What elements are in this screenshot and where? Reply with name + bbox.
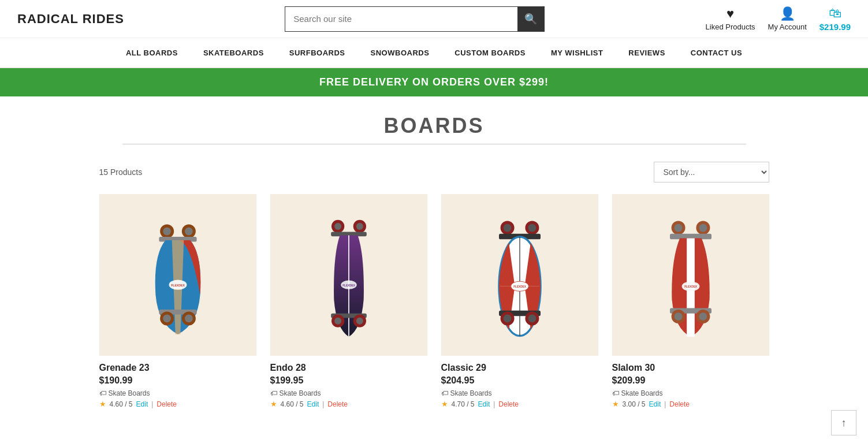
product-image-grenade-23: FLEXDEX: [99, 194, 256, 356]
svg-point-42: [699, 224, 707, 232]
product-rating-row: ★ 4.70 / 5 Edit | Delete: [441, 400, 598, 408]
product-rating-row: ★ 4.60 / 5 Edit | Delete: [99, 400, 256, 408]
product-name: Endo 28: [270, 363, 427, 373]
svg-point-10: [163, 315, 171, 323]
tag-icon: 🏷: [270, 389, 277, 397]
logo: RADICAL RIDES: [17, 12, 124, 27]
svg-point-2: [163, 228, 171, 236]
nav-item-contact-us[interactable]: CONTACT US: [678, 38, 755, 68]
product-category: 🏷 Skate Boards: [270, 389, 427, 397]
liked-products-label: Liked Products: [706, 23, 755, 31]
my-account-link[interactable]: 👤 My Account: [768, 6, 807, 31]
title-divider: [122, 144, 746, 144]
search-icon: 🔍: [524, 13, 537, 25]
product-image-slalom-30: FLEXDEX: [612, 194, 769, 356]
products-bar: 15 Products Sort by... Price: Low to Hig…: [99, 162, 769, 182]
edit-link[interactable]: Edit: [307, 400, 319, 408]
delete-link[interactable]: Delete: [669, 400, 690, 408]
delete-link[interactable]: Delete: [157, 400, 177, 408]
main-nav: ALL BOARDS SKATEBOARDS SURFBOARDS SNOWBO…: [0, 38, 868, 68]
main-content: BOARDS 15 Products Sort by... Price: Low…: [88, 96, 781, 426]
product-image-endo-28: FLEXDEX: [270, 194, 427, 356]
rating-text: 4.70 / 5: [452, 400, 475, 408]
svg-point-23: [334, 318, 341, 325]
svg-point-27: [503, 224, 511, 232]
cart-link[interactable]: 🛍 $219.99: [819, 6, 851, 32]
product-card-slalom-30[interactable]: FLEXDEX Slalom 30 $209.99 🏷 Skate Boards…: [612, 194, 769, 408]
svg-point-11: [185, 315, 193, 323]
product-price: $190.99: [99, 375, 256, 386]
search-button[interactable]: 🔍: [517, 7, 544, 31]
cart-amount: $219.99: [819, 22, 851, 32]
arrow-up-icon: ↑: [841, 417, 847, 426]
product-price: $209.99: [612, 375, 769, 386]
svg-text:FLEXDEX: FLEXDEX: [342, 284, 356, 287]
svg-point-50: [674, 312, 682, 321]
nav-item-reviews[interactable]: REVIEWS: [616, 38, 677, 68]
edit-link[interactable]: Edit: [478, 400, 490, 408]
delete-link[interactable]: Delete: [498, 400, 519, 408]
svg-point-15: [356, 223, 363, 230]
star-icon: ★: [99, 400, 106, 408]
star-icon: ★: [441, 400, 448, 408]
heart-icon: ♥: [727, 6, 734, 21]
nav-item-custom-boards[interactable]: CUSTOM BOARDS: [442, 38, 538, 68]
svg-point-24: [356, 318, 363, 325]
pipe-divider: |: [322, 400, 324, 408]
back-to-top-button[interactable]: ↑: [831, 410, 856, 426]
product-price: $204.95: [441, 375, 598, 386]
delete-link[interactable]: Delete: [327, 400, 348, 408]
product-rating-row: ★ 3.00 / 5 Edit | Delete: [612, 400, 769, 408]
svg-point-14: [334, 223, 341, 230]
svg-point-38: [528, 315, 536, 323]
product-card-grenade-23[interactable]: FLEXDEX Grenade 23 $190.99 🏷 Skate Board…: [99, 194, 256, 408]
tag-icon: 🏷: [441, 389, 448, 397]
search-wrapper: 🔍: [136, 6, 694, 32]
product-name: Slalom 30: [612, 363, 769, 373]
svg-point-51: [699, 312, 707, 321]
promo-text: FREE DELIVERY ON ORDERS OVER $299!: [319, 76, 549, 88]
svg-text:FLEXDEX: FLEXDEX: [684, 285, 698, 288]
nav-item-skateboards[interactable]: SKATEBOARDS: [191, 38, 277, 68]
product-name: Classic 29: [441, 363, 598, 373]
product-card-classic-29[interactable]: FLEXDEX Classic 29 $204.95 🏷 Skate Board…: [441, 194, 598, 408]
svg-text:FLEXDEX: FLEXDEX: [513, 285, 527, 288]
nav-item-my-wishlist[interactable]: MY WISHLIST: [538, 38, 616, 68]
svg-point-3: [185, 228, 193, 236]
star-icon: ★: [612, 400, 619, 408]
star-icon: ★: [270, 400, 277, 408]
pipe-divider: |: [493, 400, 495, 408]
products-count: 15 Products: [99, 167, 143, 177]
edit-link[interactable]: Edit: [649, 400, 661, 408]
liked-products-link[interactable]: ♥ Liked Products: [706, 6, 755, 31]
rating-text: 4.60 / 5: [281, 400, 304, 408]
rating-text: 3.00 / 5: [623, 400, 646, 408]
product-image-classic-29: FLEXDEX: [441, 194, 598, 356]
cart-icon: 🛍: [829, 6, 841, 21]
product-name: Grenade 23: [99, 363, 256, 373]
svg-text:FLEXDEX: FLEXDEX: [171, 284, 185, 287]
pipe-divider: |: [664, 400, 666, 408]
search-input[interactable]: [285, 7, 517, 31]
product-category: 🏷 Skate Boards: [612, 389, 769, 397]
nav-item-snowboards[interactable]: SNOWBOARDS: [358, 38, 442, 68]
nav-item-surfboards[interactable]: SURFBOARDS: [277, 38, 358, 68]
svg-point-41: [674, 224, 682, 232]
header-actions: ♥ Liked Products 👤 My Account 🛍 $219.99: [706, 6, 851, 32]
header: RADICAL RIDES 🔍 ♥ Liked Products 👤 My Ac…: [0, 0, 868, 38]
page-title: BOARDS: [99, 114, 769, 138]
nav-item-all-boards[interactable]: ALL BOARDS: [113, 38, 191, 68]
product-grid: FLEXDEX Grenade 23 $190.99 🏷 Skate Board…: [99, 194, 769, 408]
rating-text: 4.60 / 5: [110, 400, 133, 408]
search-form: 🔍: [285, 6, 545, 32]
product-price: $199.95: [270, 375, 427, 386]
svg-point-37: [503, 315, 511, 323]
product-category: 🏷 Skate Boards: [99, 389, 256, 397]
edit-link[interactable]: Edit: [136, 400, 148, 408]
product-category: 🏷 Skate Boards: [441, 389, 598, 397]
pipe-divider: |: [151, 400, 153, 408]
product-card-endo-28[interactable]: FLEXDEX Endo 28 $199.95 🏷 Skate Boards ★: [270, 194, 427, 408]
svg-point-28: [528, 224, 536, 232]
sort-select[interactable]: Sort by... Price: Low to High Price: Hig…: [654, 162, 769, 182]
promo-banner: FREE DELIVERY ON ORDERS OVER $299!: [0, 68, 868, 96]
